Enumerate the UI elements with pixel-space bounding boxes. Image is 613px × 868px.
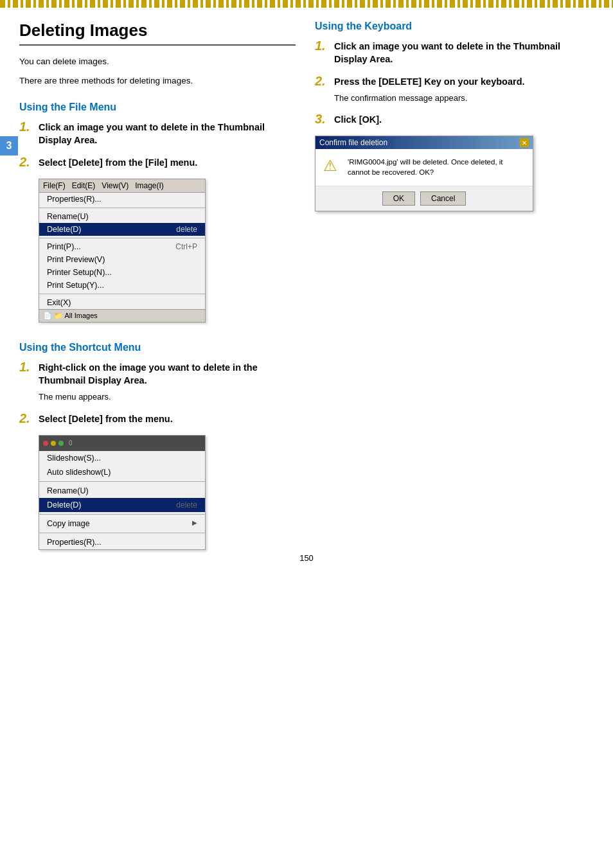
step-num-2: 2. xyxy=(19,155,39,170)
shortcut-step-text-2: Select [Delete] from the menu. xyxy=(39,412,173,425)
menu-exit: Exit(X) xyxy=(39,296,205,309)
keyboard-step-text-2: Press the [DELETE] Key on your keyboard. xyxy=(334,76,525,87)
context-properties: Properties(R)... xyxy=(39,535,205,549)
context-delete[interactable]: Delete(D) delete xyxy=(39,498,205,512)
dialog-title: Confirm file deletion xyxy=(319,138,387,147)
menu-bar-edit: Edit(E) xyxy=(72,181,96,190)
menu-print-preview: Print Preview(V) xyxy=(39,253,205,266)
menu-properties: Properties(R)... xyxy=(39,193,205,206)
dialog-cancel-button[interactable]: Cancel xyxy=(420,191,466,206)
menu-sep-2 xyxy=(39,238,205,238)
context-sep-1 xyxy=(39,481,205,482)
file-menu-step2: 2. Select [Delete] from the [File] menu. xyxy=(19,156,296,170)
shortcut-step1: 1. Right-click on the image you want to … xyxy=(19,361,296,403)
dialog-titlebar: Confirm file deletion ✕ xyxy=(315,136,533,149)
step-text-2: Select [Delete] from the [File] menu. xyxy=(39,156,197,169)
file-menu-screenshot: File(F) Edit(E) View(V) Image(I) Propert… xyxy=(39,179,206,323)
confirm-dialog: Confirm file deletion ✕ ⚠ 'RIMG0004.jpg'… xyxy=(315,136,533,211)
context-copy-image: Copy image ▶ xyxy=(39,517,205,531)
section-marker: 3 xyxy=(0,136,18,155)
menu-bar-view: View(V) xyxy=(102,181,129,190)
context-rename: Rename(U) xyxy=(39,484,205,498)
dot-green xyxy=(58,441,64,446)
context-menu-screenshot: 0 Slideshow(S)... Auto slideshow(L) Rena… xyxy=(39,435,206,550)
left-column: Deleting Images You can delete images. T… xyxy=(19,21,296,550)
intro-line1: You can delete images. xyxy=(19,55,296,69)
keyboard-step-text-1: Click an image you want to delete in the… xyxy=(334,40,591,66)
menu-print: Print(P)... Ctrl+P xyxy=(39,240,205,253)
shortcut-menu-title: Using the Shortcut Menu xyxy=(19,342,296,353)
keyboard-step-text-3: Click [OK]. xyxy=(334,113,382,126)
context-slideshow: Slideshow(S)... xyxy=(39,451,205,465)
dot-red xyxy=(43,441,48,446)
dialog-warning-icon: ⚠ xyxy=(323,157,341,175)
shortcut-step-num-1: 1. xyxy=(19,360,39,375)
shortcut-step-num-2: 2. xyxy=(19,411,39,426)
menu-printer-setup: Printer Setup(N)... xyxy=(39,266,205,279)
context-auto-slideshow: Auto slideshow(L) xyxy=(39,465,205,479)
menu-sep-3 xyxy=(39,294,205,294)
shortcut-step-subtext-1: The menu appears. xyxy=(39,391,296,403)
dialog-ok-button[interactable]: OK xyxy=(382,191,415,206)
dot-yellow xyxy=(51,441,56,446)
menu-sep-1 xyxy=(39,208,205,208)
menu-rename: Rename(U) xyxy=(39,210,205,223)
keyboard-step-num-2: 2. xyxy=(315,74,334,89)
menu-bar-file: File(F) xyxy=(43,181,66,190)
shortcut-step-text-1: Right-click on the image you want to del… xyxy=(39,362,258,385)
file-menu-title: Using the File Menu xyxy=(19,102,296,113)
right-column: Using the Keyboard 1. Click an image you… xyxy=(315,21,591,550)
keyboard-step3: 3. Click [OK]. xyxy=(315,113,591,127)
dialog-buttons: OK Cancel xyxy=(315,186,533,211)
top-border xyxy=(0,0,613,8)
menu-delete[interactable]: Delete(D) delete xyxy=(39,223,205,236)
context-header: 0 xyxy=(39,436,205,451)
menu-bar-image: Image(I) xyxy=(135,181,164,190)
keyboard-title: Using the Keyboard xyxy=(315,21,591,32)
keyboard-step-num-1: 1. xyxy=(315,39,334,53)
menu-taskbar: 📄 📁 All Images xyxy=(39,309,205,322)
dialog-close-button[interactable]: ✕ xyxy=(520,138,529,147)
dialog-message: 'RIMG0004.jpg' will be deleted. Once del… xyxy=(348,157,525,177)
page-number: 150 xyxy=(299,553,314,563)
copy-image-arrow: ▶ xyxy=(192,519,197,528)
keyboard-step1: 1. Click an image you want to delete in … xyxy=(315,40,591,66)
context-sep-3 xyxy=(39,533,205,533)
main-title: Deleting Images xyxy=(19,21,296,46)
keyboard-step-subtext-2: The confirmation message appears. xyxy=(334,92,525,105)
shortcut-step2: 2. Select [Delete] from the menu. xyxy=(19,412,296,426)
keyboard-step-num-3: 3. xyxy=(315,112,334,127)
menu-bar: File(F) Edit(E) View(V) Image(I) xyxy=(39,179,205,193)
dialog-body: ⚠ 'RIMG0004.jpg' will be deleted. Once d… xyxy=(315,149,533,185)
context-sep-2 xyxy=(39,514,205,515)
keyboard-step2: 2. Press the [DELETE] Key on your keyboa… xyxy=(315,75,591,105)
step-text-1: Click an image you want to delete in the… xyxy=(39,121,296,147)
context-header-label: 0 xyxy=(69,439,73,447)
step-num-1: 1. xyxy=(19,120,39,134)
file-menu-step1: 1. Click an image you want to delete in … xyxy=(19,121,296,147)
intro-line2: There are three methods for deleting ima… xyxy=(19,74,296,88)
menu-print-setup: Print Setup(Y)... xyxy=(39,279,205,292)
